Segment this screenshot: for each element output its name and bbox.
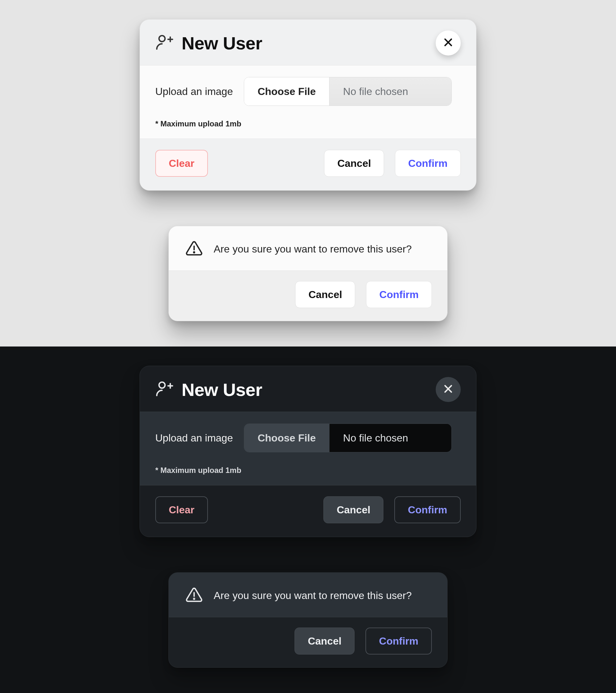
file-picker: Choose File No file chosen — [244, 423, 452, 452]
modal-header-left: New User — [155, 33, 262, 54]
dialog-footer: Cancel Confirm — [169, 617, 447, 667]
modal-footer: Clear Cancel Confirm — [140, 139, 476, 190]
modal-header: New User — [140, 366, 476, 412]
modal-footer: Clear Cancel Confirm — [140, 486, 476, 537]
modal-body: Upload an image Choose File No file chos… — [140, 65, 476, 139]
confirm-button[interactable]: Confirm — [365, 628, 432, 654]
close-icon — [443, 37, 454, 49]
remove-user-dialog: Are you sure you want to remove this use… — [168, 572, 448, 668]
cancel-button[interactable]: Cancel — [323, 496, 383, 523]
upload-hint: * Maximum upload 1mb — [155, 466, 461, 475]
close-icon — [443, 383, 454, 396]
close-button[interactable] — [436, 31, 461, 56]
close-button[interactable] — [436, 377, 461, 402]
file-status: No file chosen — [330, 424, 452, 452]
svg-point-0 — [159, 36, 165, 42]
new-user-modal: New User Upload an image Choose File — [140, 19, 476, 191]
choose-file-button[interactable]: Choose File — [244, 424, 330, 452]
dark-mode-panel: New User Upload an image Choose File — [0, 346, 616, 693]
upload-label: Upload an image — [155, 86, 233, 98]
modal-title: New User — [182, 33, 262, 54]
upload-row: Upload an image Choose File No file chos… — [155, 77, 461, 106]
upload-label: Upload an image — [155, 432, 233, 444]
dialog-body: Are you sure you want to remove this use… — [169, 573, 447, 617]
upload-hint: * Maximum upload 1mb — [155, 119, 461, 128]
svg-point-7 — [159, 382, 165, 388]
warning-icon — [185, 240, 203, 258]
modal-header-left: New User — [155, 379, 262, 400]
user-plus-icon — [155, 380, 173, 399]
footer-right: Cancel Confirm — [324, 150, 461, 177]
svg-point-13 — [194, 598, 195, 599]
confirm-button[interactable]: Confirm — [366, 281, 432, 308]
dialog-body: Are you sure you want to remove this use… — [169, 226, 447, 271]
modal-title: New User — [182, 379, 262, 400]
choose-file-button[interactable]: Choose File — [244, 77, 330, 105]
cancel-button[interactable]: Cancel — [295, 628, 355, 654]
footer-right: Cancel Confirm — [323, 496, 461, 523]
file-picker: Choose File No file chosen — [244, 77, 452, 106]
svg-point-6 — [194, 252, 195, 253]
confirm-button[interactable]: Confirm — [394, 496, 461, 523]
dialog-message: Are you sure you want to remove this use… — [214, 243, 412, 255]
warning-icon — [185, 586, 203, 605]
file-status: No file chosen — [330, 77, 452, 105]
user-plus-icon — [155, 33, 173, 53]
modal-header: New User — [140, 20, 476, 65]
new-user-modal: New User Upload an image Choose File — [140, 366, 476, 537]
clear-button[interactable]: Clear — [155, 150, 208, 177]
modal-body: Upload an image Choose File No file chos… — [140, 412, 476, 486]
remove-user-dialog: Are you sure you want to remove this use… — [168, 226, 448, 321]
cancel-button[interactable]: Cancel — [295, 281, 355, 308]
dialog-message: Are you sure you want to remove this use… — [214, 590, 412, 601]
clear-button[interactable]: Clear — [155, 496, 208, 523]
dialog-footer: Cancel Confirm — [169, 271, 447, 321]
confirm-button[interactable]: Confirm — [395, 150, 461, 177]
light-mode-panel: New User Upload an image Choose File — [0, 0, 616, 346]
cancel-button[interactable]: Cancel — [324, 150, 384, 177]
upload-row: Upload an image Choose File No file chos… — [155, 423, 461, 452]
